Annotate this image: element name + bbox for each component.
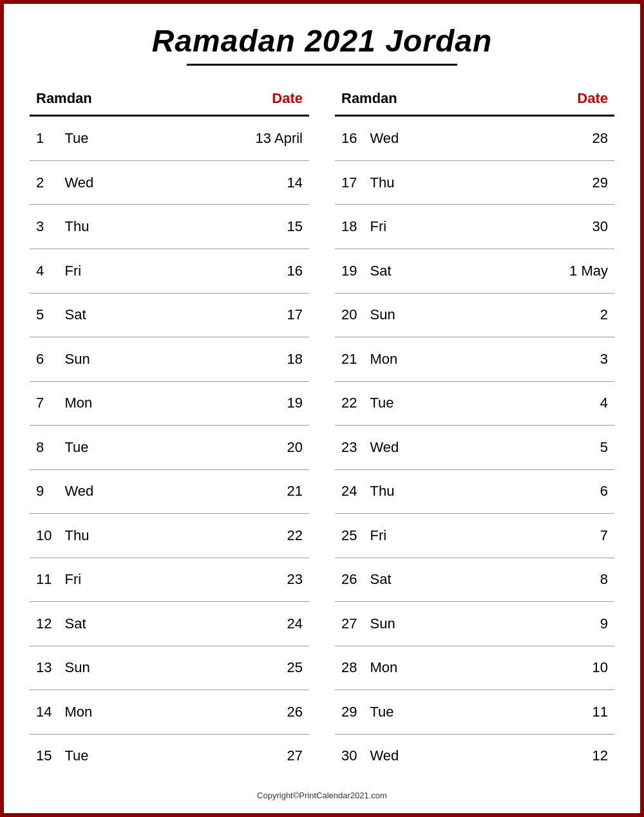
- day-name: Sat: [58, 293, 161, 337]
- day-name: Sun: [363, 293, 475, 337]
- date-value: 1 May: [476, 249, 614, 294]
- date-value: 8: [476, 558, 614, 602]
- date-value: 30: [476, 205, 614, 249]
- ramdan-num: 10: [30, 514, 58, 558]
- date-value: 5: [476, 426, 614, 470]
- date-value: 13 April: [161, 116, 309, 161]
- table-row: 19 Sat 1 May: [335, 249, 614, 294]
- table-row: 2 Wed 14: [30, 160, 309, 205]
- day-name: Sun: [58, 337, 161, 382]
- table-row: 20 Sun 2: [335, 293, 614, 337]
- table-row: 24 Thu 6: [335, 469, 614, 514]
- date-value: 28: [476, 116, 614, 161]
- table-row: 12 Sat 24: [30, 602, 309, 646]
- right-date-header: Date: [476, 85, 614, 116]
- left-ramdan-header: Ramdan: [30, 85, 161, 116]
- ramdan-num: 21: [335, 337, 363, 382]
- date-value: 17: [161, 293, 309, 337]
- day-name: Mon: [58, 381, 161, 426]
- table-row: 16 Wed 28: [335, 116, 614, 161]
- day-name: Wed: [58, 160, 161, 205]
- table-row: 7 Mon 19: [30, 381, 309, 426]
- day-name: Thu: [58, 514, 161, 558]
- date-value: 19: [161, 381, 309, 426]
- date-value: 22: [161, 514, 309, 558]
- ramdan-num: 26: [335, 558, 363, 602]
- ramdan-num: 28: [335, 646, 363, 690]
- ramdan-num: 15: [30, 734, 58, 778]
- ramdan-num: 12: [30, 602, 58, 646]
- day-name: Thu: [363, 469, 475, 514]
- footer: Copyright©PrintCalendar2021.com: [257, 791, 387, 800]
- ramdan-num: 14: [30, 690, 58, 735]
- day-name: Wed: [363, 734, 475, 778]
- right-calendar-table: Ramdan Date 16 Wed 28 17 Thu 29 18 Fri 3…: [335, 85, 614, 778]
- day-name: Sat: [363, 249, 475, 294]
- table-row: 1 Tue 13 April: [30, 116, 309, 161]
- day-name: Tue: [363, 690, 475, 735]
- date-value: 9: [476, 602, 614, 646]
- ramdan-num: 18: [335, 205, 363, 249]
- date-value: 6: [476, 469, 614, 514]
- ramdan-num: 29: [335, 690, 363, 735]
- day-name: Mon: [363, 337, 475, 382]
- day-name: Sun: [58, 646, 161, 690]
- table-row: 18 Fri 30: [335, 205, 614, 249]
- date-value: 25: [161, 646, 309, 690]
- left-date-header: Date: [161, 85, 309, 116]
- table-row: 4 Fri 16: [30, 249, 309, 294]
- table-row: 28 Mon 10: [335, 646, 614, 690]
- date-value: 12: [476, 734, 614, 778]
- date-value: 18: [161, 337, 309, 382]
- day-name: Sun: [363, 602, 475, 646]
- day-name: Sat: [58, 602, 161, 646]
- date-value: 14: [161, 160, 309, 205]
- day-name: Tue: [363, 381, 475, 426]
- date-value: 15: [161, 205, 309, 249]
- date-value: 16: [161, 249, 309, 294]
- day-name: Tue: [58, 426, 161, 470]
- day-name: Thu: [58, 205, 161, 249]
- ramdan-num: 11: [30, 558, 58, 602]
- day-name: Tue: [58, 734, 161, 778]
- table-row: 5 Sat 17: [30, 293, 309, 337]
- date-value: 29: [476, 160, 614, 205]
- day-name: Fri: [58, 558, 161, 602]
- ramdan-num: 8: [30, 426, 58, 470]
- day-name: Fri: [58, 249, 161, 294]
- tables-container: Ramdan Date 1 Tue 13 April 2 Wed 14 3 Th…: [30, 85, 614, 778]
- table-row: 27 Sun 9: [335, 602, 614, 646]
- day-name: Mon: [363, 646, 475, 690]
- date-value: 21: [161, 469, 309, 514]
- date-value: 11: [476, 690, 614, 735]
- date-value: 7: [476, 514, 614, 558]
- ramdan-num: 17: [335, 160, 363, 205]
- table-row: 15 Tue 27: [30, 734, 309, 778]
- date-value: 23: [161, 558, 309, 602]
- day-name: Tue: [58, 116, 161, 161]
- date-value: 4: [476, 381, 614, 426]
- day-name: Mon: [58, 690, 161, 735]
- table-row: 23 Wed 5: [335, 426, 614, 470]
- table-row: 13 Sun 25: [30, 646, 309, 690]
- ramdan-num: 3: [30, 205, 58, 249]
- table-row: 30 Wed 12: [335, 734, 614, 778]
- date-value: 2: [476, 293, 614, 337]
- date-value: 20: [161, 426, 309, 470]
- table-row: 3 Thu 15: [30, 205, 309, 249]
- ramdan-num: 5: [30, 293, 58, 337]
- day-name: Sat: [363, 558, 475, 602]
- ramdan-num: 2: [30, 160, 58, 205]
- table-row: 26 Sat 8: [335, 558, 614, 602]
- table-row: 6 Sun 18: [30, 337, 309, 382]
- date-value: 27: [161, 734, 309, 778]
- day-name: Wed: [363, 116, 475, 161]
- ramdan-num: 24: [335, 469, 363, 514]
- table-row: 25 Fri 7: [335, 514, 614, 558]
- ramdan-num: 9: [30, 469, 58, 514]
- date-value: 24: [161, 602, 309, 646]
- table-row: 21 Mon 3: [335, 337, 614, 382]
- ramdan-num: 30: [335, 734, 363, 778]
- date-value: 3: [476, 337, 614, 382]
- left-calendar-table: Ramdan Date 1 Tue 13 April 2 Wed 14 3 Th…: [30, 85, 309, 778]
